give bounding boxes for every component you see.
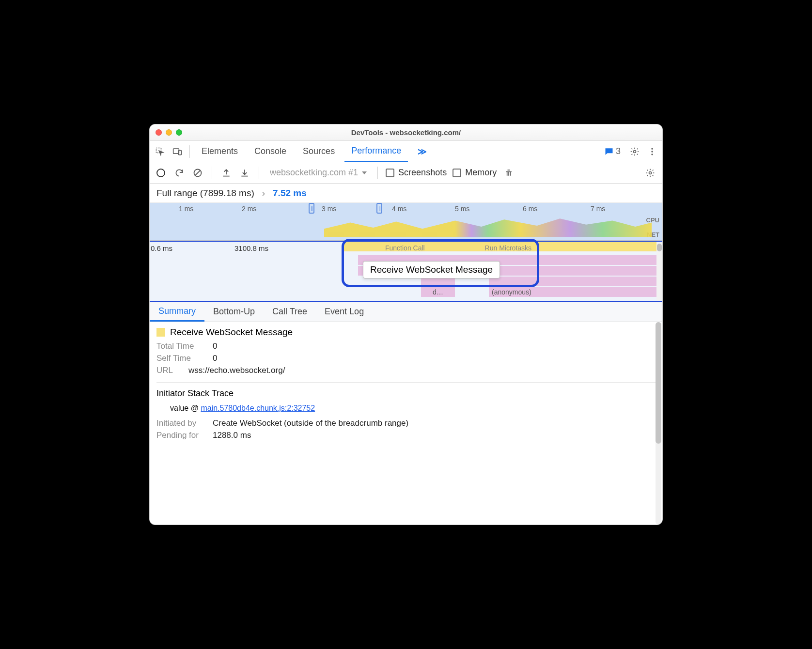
overview-tick: 5 ms xyxy=(455,205,469,213)
stack-frame: value @ main.5780db4e.chunk.js:2:32752 xyxy=(170,403,656,413)
event-title: Receive WebSocket Message xyxy=(156,327,656,338)
tab-performance[interactable]: Performance xyxy=(344,141,408,162)
pending-for-value: 1288.0 ms xyxy=(213,431,251,440)
garbage-collect-button[interactable] xyxy=(502,167,515,179)
selection-range-label[interactable]: 7.52 ms xyxy=(273,188,307,199)
detail-tab-event-log[interactable]: Event Log xyxy=(316,302,373,322)
kebab-menu-icon[interactable] xyxy=(645,144,659,159)
summary-pane: Receive WebSocket Message Total Time0 Se… xyxy=(150,322,662,525)
flame-event-d[interactable]: d… xyxy=(421,287,455,297)
stack-frame-name: value @ xyxy=(170,404,201,412)
recording-select[interactable]: websocketking.com #1 xyxy=(267,168,370,178)
download-profile-button[interactable] xyxy=(238,167,251,179)
divider xyxy=(377,167,378,179)
checkbox-icon xyxy=(386,169,394,177)
overview-tick: 3 ms xyxy=(322,205,336,213)
checkbox-icon xyxy=(453,169,461,177)
total-time-label: Total Time xyxy=(156,341,205,351)
svg-point-3 xyxy=(634,150,636,153)
messages-count: 3 xyxy=(616,146,621,156)
chevron-right-icon: › xyxy=(262,188,265,199)
total-time-value: 0 xyxy=(213,341,217,351)
device-toggle-icon[interactable] xyxy=(170,144,185,159)
initiated-by-value: Create WebSocket (outside of the breadcr… xyxy=(213,418,408,428)
flame-tooltip: Receive WebSocket Message xyxy=(363,261,500,278)
self-time-value: 0 xyxy=(213,354,217,363)
svg-point-8 xyxy=(649,171,652,174)
details-scroll-thumb[interactable] xyxy=(656,322,661,444)
perf-toolbar: websocketking.com #1 Screenshots Memory xyxy=(150,162,662,184)
capture-settings-icon[interactable] xyxy=(643,166,657,180)
initiator-stack-trace: Initiator Stack Trace value @ main.5780d… xyxy=(156,382,656,440)
overview-tick: 6 ms xyxy=(523,205,537,213)
flame-scrollbar[interactable] xyxy=(656,242,662,301)
overview-tick: 1 ms xyxy=(179,205,193,213)
recording-select-label: websocketking.com #1 xyxy=(270,168,358,178)
detail-tabbar: Summary Bottom-Up Call Tree Event Log xyxy=(150,302,662,322)
svg-point-5 xyxy=(651,151,653,152)
detail-tab-summary[interactable]: Summary xyxy=(150,302,204,322)
cpu-lane-label: CPU xyxy=(646,216,659,224)
overview-tick: 7 ms xyxy=(591,205,605,213)
message-icon xyxy=(604,147,614,156)
titlebar: DevTools - websocketking.com/ xyxy=(150,124,662,141)
detail-tab-call-tree[interactable]: Call Tree xyxy=(264,302,316,322)
screenshots-checkbox[interactable]: Screenshots xyxy=(386,168,447,178)
tab-console[interactable]: Console xyxy=(248,141,293,162)
overview-handle-left[interactable] xyxy=(309,203,314,214)
memory-checkbox[interactable]: Memory xyxy=(453,168,497,178)
main-tabbar: Elements Console Sources Performance ≫ 3 xyxy=(150,141,662,162)
clear-button[interactable] xyxy=(191,167,204,179)
range-breadcrumb: Full range (7899.18 ms) › 7.52 ms xyxy=(150,184,662,203)
svg-point-4 xyxy=(651,148,653,149)
tab-elements[interactable]: Elements xyxy=(195,141,245,162)
record-button[interactable] xyxy=(155,167,167,179)
overview-tick: 2 ms xyxy=(242,205,256,213)
chevron-down-icon xyxy=(362,171,367,174)
initiated-by-label: Initiated by xyxy=(156,418,205,428)
memory-label: Memory xyxy=(465,168,497,178)
flame-tick: 3100.8 ms xyxy=(234,244,268,252)
screenshots-label: Screenshots xyxy=(398,168,447,178)
overview-handle-right[interactable] xyxy=(376,203,382,214)
divider xyxy=(212,167,212,179)
event-color-swatch xyxy=(156,328,165,337)
divider xyxy=(189,145,190,158)
stack-frame-link[interactable]: main.5780db4e.chunk.js:2:32752 xyxy=(201,404,315,412)
flame-chart[interactable]: 0.6 ms 3100.8 ms 3101.0 ms 3101.2 ms 310… xyxy=(150,241,662,302)
divider xyxy=(259,167,259,179)
reload-button[interactable] xyxy=(173,167,186,179)
devtools-window: DevTools - websocketking.com/ Elements C… xyxy=(149,124,663,525)
event-name: Receive WebSocket Message xyxy=(170,327,293,338)
detail-tab-bottom-up[interactable]: Bottom-Up xyxy=(204,302,264,322)
tabs-overflow-button[interactable]: ≫ xyxy=(411,141,434,162)
flame-event-anonymous[interactable]: (anonymous) xyxy=(489,287,662,297)
url-value: wss://echo.websocket.org/ xyxy=(188,366,285,375)
svg-rect-1 xyxy=(173,149,179,154)
timeline-overview[interactable]: 1 ms 2 ms 3 ms 4 ms 5 ms 6 ms 7 ms CPU N… xyxy=(150,203,662,241)
overview-tick: 4 ms xyxy=(392,205,406,213)
svg-point-6 xyxy=(651,154,653,155)
full-range-label[interactable]: Full range (7899.18 ms) xyxy=(156,188,254,199)
pending-for-label: Pending for xyxy=(156,431,205,440)
url-label: URL xyxy=(156,366,181,375)
upload-profile-button[interactable] xyxy=(220,167,233,179)
inspect-icon[interactable] xyxy=(153,144,167,159)
flame-scroll-thumb[interactable] xyxy=(657,244,662,251)
tab-sources[interactable]: Sources xyxy=(296,141,342,162)
self-time-label: Self Time xyxy=(156,354,205,363)
overview-cpu-graph xyxy=(324,216,652,237)
flame-tick: 0.6 ms xyxy=(151,244,172,252)
messages-badge[interactable]: 3 xyxy=(604,146,621,156)
settings-icon[interactable] xyxy=(627,144,642,159)
window-title: DevTools - websocketking.com/ xyxy=(150,128,662,137)
stack-title: Initiator Stack Trace xyxy=(156,388,656,399)
